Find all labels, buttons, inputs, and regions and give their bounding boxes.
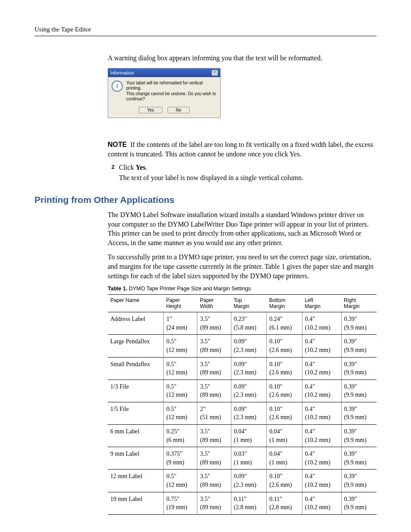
table-cell: 1/5 File bbox=[108, 402, 164, 424]
table-cell: 0.04"(1 mm) bbox=[231, 425, 266, 447]
table-row: 1/5 File0.5"(12 mm)2"(51 mm)0.09"(2.3 mm… bbox=[108, 402, 377, 424]
table-cell: 0.09"(2.3 mm) bbox=[231, 380, 266, 402]
table-cell: 0.09"(2.3 mm) bbox=[231, 470, 266, 492]
table-cell: 0.39"(9.9 mm) bbox=[341, 492, 377, 514]
table-cell: 0.4"(10.2 mm) bbox=[302, 357, 341, 380]
table-cell: 0.23"(5.8 mm) bbox=[231, 312, 266, 335]
table-cell: 0.4"(10.2 mm) bbox=[302, 425, 341, 447]
table-cell: 12 mm Label bbox=[108, 470, 164, 492]
table-cell: 0.39"(9.9 mm) bbox=[341, 335, 377, 357]
paragraph-2: To successfully print to a DYMO tape pri… bbox=[108, 252, 377, 280]
table-body: Address Label1"(24 mm)3.5"(89 mm)0.23"(5… bbox=[108, 312, 377, 515]
table-cell: Large Pendaflex bbox=[108, 335, 164, 357]
table-cell: 6 mm Label bbox=[108, 425, 164, 447]
table-cell: 19 mm Label bbox=[108, 492, 164, 514]
table-cell: 0.39"(9.9 mm) bbox=[341, 402, 377, 424]
table-row: Large Pendaflex0.5"(12 mm)3.5"(89 mm)0.0… bbox=[108, 335, 377, 357]
dialog-information: Information × i Your label will be refor… bbox=[108, 68, 221, 118]
table-cell: 0.5"(12 mm) bbox=[164, 402, 197, 424]
table-cell: 0.4"(10.2 mm) bbox=[302, 380, 341, 402]
table-cell: 0.5"(12 mm) bbox=[164, 380, 197, 402]
table-cell: 0.39"(9.9 mm) bbox=[341, 312, 377, 335]
note-paragraph: NOTE If the contents of the label are to… bbox=[108, 140, 377, 159]
column-header: RightMargin bbox=[341, 295, 377, 312]
table-cell: 0.04"(1 mm) bbox=[267, 425, 302, 447]
table-cell: 0.375"(9 mm) bbox=[164, 447, 197, 470]
table-cell: 0.10"(2.6 mm) bbox=[267, 357, 302, 380]
section-heading: Printing from Other Applications bbox=[34, 195, 377, 205]
table-cell: 0.09"(2.3 mm) bbox=[231, 402, 266, 424]
table-cell: 3.5"(89 mm) bbox=[197, 492, 231, 514]
no-button[interactable]: No bbox=[168, 107, 190, 113]
table-cell: 1/3 File bbox=[108, 380, 164, 402]
table-cell: 0.03"(1 mm) bbox=[231, 447, 266, 470]
table-cell: 3.5"(89 mm) bbox=[197, 312, 231, 335]
table-cell: 0.11"(2.8 mm) bbox=[231, 492, 266, 514]
table-cell: 3.5"(89 mm) bbox=[197, 425, 231, 447]
table-cell: 0.10"(2.6 mm) bbox=[267, 470, 302, 492]
table-cell: 0.4"(10.2 mm) bbox=[302, 335, 341, 357]
column-header: BottomMargin bbox=[267, 295, 302, 312]
table-cell: 0.5"(12 mm) bbox=[164, 357, 197, 380]
table-cell: 3.5"(89 mm) bbox=[197, 447, 231, 470]
table-cell: Small Pendaflex bbox=[108, 357, 164, 380]
column-header: LeftMargin bbox=[302, 295, 341, 312]
running-header: Using the Tape Editor bbox=[34, 26, 377, 33]
table-row: 9 mm Label0.375"(9 mm)3.5"(89 mm)0.03"(1… bbox=[108, 447, 377, 470]
table-caption: Table 1. DYMO Tape Printer Page Size and… bbox=[108, 286, 377, 292]
table-row: 12 mm Label0.5"(12 mm)3.5"(89 mm)0.09"(2… bbox=[108, 470, 377, 492]
table-cell: 0.4"(10.2 mm) bbox=[302, 312, 341, 335]
table-cell: 0.39"(9.9 mm) bbox=[341, 380, 377, 402]
table-row: 19 mm Label0.75"(19 mm)3.5"(89 mm)0.11"(… bbox=[108, 492, 377, 514]
table-cell: 0.39"(9.9 mm) bbox=[341, 425, 377, 447]
table-row: Small Pendaflex0.5"(12 mm)3.5"(89 mm)0.0… bbox=[108, 357, 377, 380]
table-cell: 9 mm Label bbox=[108, 447, 164, 470]
table-cell: 0.39"(9.9 mm) bbox=[341, 447, 377, 470]
note-label: NOTE bbox=[108, 141, 127, 148]
table-cell: 0.5"(12 mm) bbox=[164, 335, 197, 357]
table-cell: 3.5"(89 mm) bbox=[197, 357, 231, 380]
table-cell: 0.24"(6.1 mm) bbox=[267, 312, 302, 335]
step-2: 2 Click Yes. bbox=[108, 164, 377, 171]
note-text: If the contents of the label are too lon… bbox=[108, 141, 373, 158]
column-header: Paper Name bbox=[108, 295, 164, 312]
table-cell: 0.4"(10.2 mm) bbox=[302, 470, 341, 492]
table-row: Address Label1"(24 mm)3.5"(89 mm)0.23"(5… bbox=[108, 312, 377, 335]
table-cell: 0.4"(10.2 mm) bbox=[302, 492, 341, 514]
table-cell: 0.39"(9.9 mm) bbox=[341, 357, 377, 380]
column-header: TopMargin bbox=[231, 295, 266, 312]
table-cell: 0.4"(10.2 mm) bbox=[302, 402, 341, 424]
table-cell: 0.04"(1 mm) bbox=[267, 447, 302, 470]
table-cell: 0.10"(2.6 mm) bbox=[267, 380, 302, 402]
table-cell: 1"(24 mm) bbox=[164, 312, 197, 335]
dialog-title: Information bbox=[110, 70, 134, 75]
intro-paragraph: A warning dialog box appears informing y… bbox=[108, 53, 377, 63]
table-header-row: Paper NamePaperHeightPaperWidthTopMargin… bbox=[108, 295, 377, 312]
dialog-titlebar: Information × bbox=[108, 68, 220, 77]
table-cell: 2"(51 mm) bbox=[197, 402, 231, 424]
table-cell: 0.09"(2.3 mm) bbox=[231, 357, 266, 380]
column-header: PaperHeight bbox=[164, 295, 197, 312]
table-cell: 0.10"(2.6 mm) bbox=[267, 402, 302, 424]
table-cell: Address Label bbox=[108, 312, 164, 335]
close-icon[interactable]: × bbox=[212, 70, 218, 76]
table-row: 6 mm Label0.25"(6 mm)3.5"(89 mm)0.04"(1 … bbox=[108, 425, 377, 447]
yes-button[interactable]: Yes bbox=[139, 107, 162, 113]
table-cell: 3.5"(89 mm) bbox=[197, 380, 231, 402]
step-result: The text of your label is now displayed … bbox=[119, 173, 377, 183]
dialog-message: Your label will be reformatted for verti… bbox=[126, 81, 217, 102]
table-row: 1/3 File0.5"(12 mm)3.5"(89 mm)0.09"(2.3 … bbox=[108, 380, 377, 402]
table-cell: 0.75"(19 mm) bbox=[164, 492, 197, 514]
step-number: 2 bbox=[108, 164, 115, 171]
table-cell: 0.5"(12 mm) bbox=[164, 470, 197, 492]
table-cell: 0.4"(10.2 mm) bbox=[302, 447, 341, 470]
step-action: Click Yes. bbox=[119, 164, 147, 171]
header-rule bbox=[34, 36, 377, 36]
paper-settings-table: Paper NamePaperHeightPaperWidthTopMargin… bbox=[108, 294, 377, 515]
paragraph-1: The DYMO Label Software installation wiz… bbox=[108, 210, 377, 247]
table-cell: 0.09"(2.3 mm) bbox=[231, 335, 266, 357]
table-cell: 3.5"(89 mm) bbox=[197, 335, 231, 357]
table-cell: 0.11"(2.8 mm) bbox=[267, 492, 302, 514]
table-cell: 0.10"(2.6 mm) bbox=[267, 335, 302, 357]
table-cell: 0.25"(6 mm) bbox=[164, 425, 197, 447]
